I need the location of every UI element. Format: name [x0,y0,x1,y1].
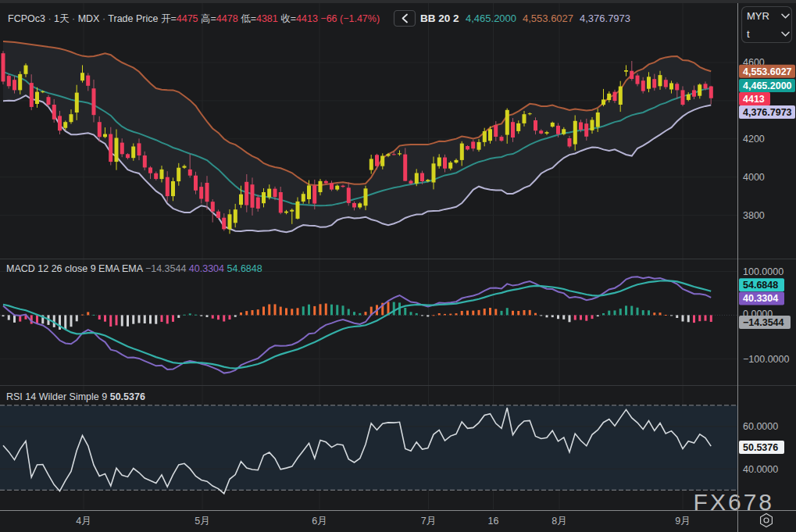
svg-text:54.6848: 54.6848 [743,280,778,291]
svg-text:40.0000: 40.0000 [743,464,778,475]
svg-text:MYR: MYR [747,10,769,22]
svg-text:100.0000: 100.0000 [743,266,784,277]
svg-text:4,465.2000: 4,465.2000 [466,12,516,24]
svg-text:t: t [747,28,750,40]
svg-text:4000: 4000 [743,172,765,183]
svg-text:9月: 9月 [675,516,690,527]
svg-text:−100.0000: −100.0000 [743,354,789,365]
svg-text:4,553.6027: 4,553.6027 [743,66,792,77]
svg-text:4,376.7973: 4,376.7973 [580,12,630,24]
svg-text:40.3304: 40.3304 [743,293,778,304]
svg-text:7月: 7月 [421,516,436,527]
svg-text:4200: 4200 [743,134,765,145]
svg-text:−14.3544: −14.3544 [743,317,784,328]
svg-text:3800: 3800 [743,210,765,221]
svg-text:4413: 4413 [743,94,765,105]
svg-text:50.5376: 50.5376 [743,442,778,453]
svg-text:8月: 8月 [551,516,566,527]
svg-text:FCPOc3 · 1天 · MDX · Trade Pric: FCPOc3 · 1天 · MDX · Trade Price 开=4475 高… [8,13,380,24]
svg-text:FX678: FX678 [694,489,774,515]
svg-text:16: 16 [488,516,499,527]
svg-text:5月: 5月 [195,516,209,527]
svg-text:4,465.2000: 4,465.2000 [743,80,792,91]
svg-text:BB 20 2: BB 20 2 [420,12,459,24]
svg-text:4月: 4月 [76,516,91,527]
svg-text:60.0000: 60.0000 [743,421,778,432]
svg-text:4,553.6027: 4,553.6027 [523,12,573,24]
svg-text:6月: 6月 [312,516,327,527]
svg-text:MACD 12 26 close 9 EMA EMA −1: MACD 12 26 close 9 EMA EMA −14.3544 40.3… [6,263,262,274]
svg-text:4,376.7973: 4,376.7973 [743,107,792,118]
svg-text:RSI 14 Wilder Simple 9 50.537: RSI 14 Wilder Simple 9 50.5376 [6,391,145,402]
